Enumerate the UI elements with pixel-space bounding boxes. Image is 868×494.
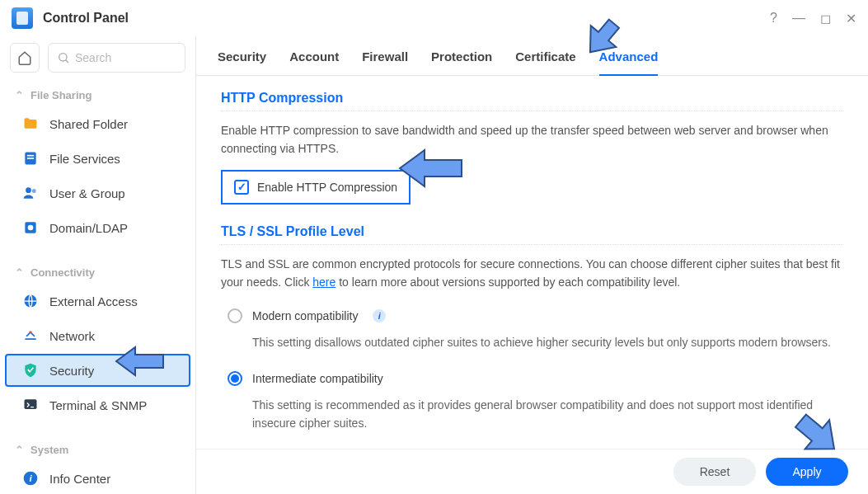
enable-http-compression-checkbox[interactable]: ✓ Enable HTTP Compression	[221, 170, 411, 205]
info-dot-icon[interactable]: i	[373, 309, 386, 322]
group-system[interactable]: ⌃ System	[0, 435, 195, 461]
tab-firewall[interactable]: Firewall	[362, 49, 408, 75]
sidebar-item-domain-ldap[interactable]: Domain/LDAP	[5, 211, 190, 244]
sidebar-item-label: Terminal & SNMP	[49, 398, 147, 412]
section-title-tls: TLS / SSL Profile Level	[221, 224, 843, 245]
chevron-up-icon: ⌃	[15, 444, 24, 456]
external-access-icon	[21, 292, 40, 310]
radio-label: Modern compatibility	[252, 309, 358, 322]
footer-bar: Reset Apply	[196, 449, 868, 494]
checkbox-checked-icon: ✓	[234, 180, 249, 195]
group-label: Connectivity	[30, 266, 95, 279]
sidebar-item-label: External Access	[49, 294, 138, 308]
titlebar: Control Panel ? — ◻ ✕	[0, 0, 868, 36]
radio-selected-icon	[228, 371, 242, 386]
sidebar-item-shared-folder[interactable]: Shared Folder	[5, 107, 190, 140]
sidebar-item-label: Shared Folder	[49, 117, 128, 131]
help-icon[interactable]: ?	[770, 11, 777, 26]
svg-point-7	[28, 225, 34, 231]
svg-point-5	[32, 189, 36, 193]
minimize-icon[interactable]: —	[792, 11, 805, 26]
shield-icon	[21, 361, 40, 379]
sidebar-item-security[interactable]: Security	[5, 354, 190, 387]
tls-desc: TLS and SSL are common encrypted protoco…	[221, 255, 843, 292]
group-label: File Sharing	[30, 89, 91, 101]
network-icon	[21, 327, 40, 345]
sidebar-item-file-services[interactable]: File Services	[5, 142, 190, 175]
http-compression-desc: Enable HTTP compression to save bandwidt…	[221, 121, 843, 158]
sidebar-item-label: Domain/LDAP	[49, 221, 128, 235]
tab-security[interactable]: Security	[218, 49, 266, 75]
chevron-up-icon: ⌃	[15, 266, 24, 279]
search-icon	[57, 51, 70, 64]
sidebar-item-terminal-snmp[interactable]: Terminal & SNMP	[5, 388, 190, 421]
file-services-icon	[21, 149, 40, 167]
section-title-http-compression: HTTP Compression	[221, 91, 843, 111]
close-icon[interactable]: ✕	[846, 11, 856, 26]
sidebar-item-external-access[interactable]: External Access	[5, 285, 190, 318]
group-connectivity[interactable]: ⌃ Connectivity	[0, 258, 195, 284]
apply-button[interactable]: Apply	[766, 458, 848, 486]
maximize-icon[interactable]: ◻	[820, 11, 831, 26]
tab-protection[interactable]: Protection	[431, 49, 492, 75]
intermediate-desc: This setting is recommended as it provid…	[221, 391, 843, 448]
app-icon	[12, 7, 33, 29]
info-icon: i	[21, 469, 40, 487]
svg-point-0	[59, 54, 67, 61]
window-title: Control Panel	[43, 11, 129, 26]
radio-icon	[228, 308, 242, 323]
sidebar-item-label: File Services	[49, 152, 120, 166]
domain-ldap-icon	[21, 219, 40, 237]
sidebar-item-label: Security	[49, 364, 94, 378]
search-input[interactable]	[75, 51, 176, 64]
svg-rect-10	[25, 399, 37, 409]
modern-desc: This setting disallows outdated cipher s…	[221, 328, 843, 366]
sidebar-item-label: Network	[49, 329, 95, 343]
tab-account[interactable]: Account	[289, 49, 339, 75]
window-controls: ? — ◻ ✕	[770, 11, 856, 26]
panel-body[interactable]: HTTP Compression Enable HTTP compression…	[196, 76, 868, 494]
tab-bar: Security Account Firewall Protection Cer…	[196, 36, 868, 76]
svg-rect-3	[27, 158, 34, 159]
sidebar-item-user-group[interactable]: User & Group	[5, 176, 190, 209]
search-box[interactable]	[48, 43, 185, 73]
tab-advanced[interactable]: Advanced	[599, 49, 659, 75]
sidebar: ⌃ File Sharing Shared Folder File Servic…	[0, 36, 196, 494]
svg-point-9	[29, 331, 31, 333]
radio-modern-compatibility[interactable]: Modern compatibility i	[221, 303, 843, 328]
svg-point-4	[26, 187, 31, 193]
terminal-icon	[21, 396, 40, 414]
folder-icon	[21, 115, 40, 133]
radio-label: Intermediate compatibility	[252, 372, 383, 385]
svg-rect-2	[27, 155, 34, 157]
sidebar-item-label: Info Center	[49, 472, 110, 486]
reset-button[interactable]: Reset	[673, 458, 756, 486]
sidebar-item-label: User & Group	[49, 186, 125, 200]
main-panel: Security Account Firewall Protection Cer…	[196, 36, 868, 494]
sidebar-item-network[interactable]: Network	[5, 319, 190, 352]
group-file-sharing[interactable]: ⌃ File Sharing	[0, 81, 195, 106]
user-group-icon	[21, 184, 40, 202]
group-label: System	[30, 444, 68, 456]
radio-intermediate-compatibility[interactable]: Intermediate compatibility	[221, 366, 843, 391]
checkbox-label: Enable HTTP Compression	[257, 181, 397, 194]
sidebar-item-info-center[interactable]: i Info Center	[5, 462, 190, 494]
tls-here-link[interactable]: here	[312, 275, 335, 289]
tab-certificate[interactable]: Certificate	[515, 49, 575, 75]
home-icon	[17, 50, 32, 65]
chevron-up-icon: ⌃	[15, 89, 24, 101]
home-button[interactable]	[10, 43, 40, 73]
